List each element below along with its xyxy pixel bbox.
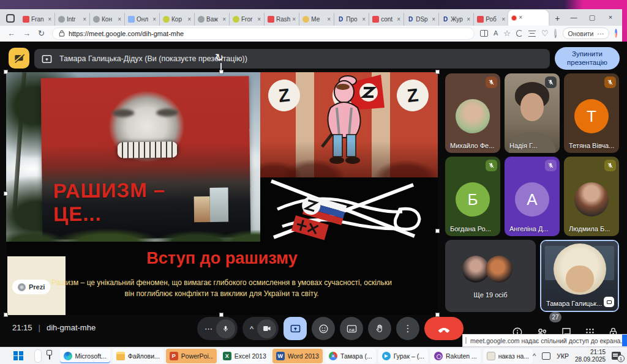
participant-tile[interactable]: Михайло Фе... <box>445 73 500 153</box>
close-tab-icon[interactable]: × <box>152 17 156 23</box>
taskbar-app-excel[interactable]: XExcel 2013 <box>219 349 270 363</box>
taskbar-app-chrome[interactable]: Тамара (... <box>325 349 376 363</box>
more-options-icon[interactable]: ⋯ <box>598 30 604 37</box>
reactions-button[interactable] <box>312 317 335 340</box>
task-view-button[interactable] <box>49 352 50 360</box>
picture-in-picture-icon[interactable] <box>604 297 614 307</box>
taskbar-app-file-explorer[interactable]: Файлови... <box>113 349 163 363</box>
profile-avatar[interactable] <box>554 29 557 38</box>
taskbar-app-document[interactable]: наказ на... <box>483 349 533 363</box>
address-bar[interactable]: https://meet.google.com/dih-gmat-mhe <box>52 28 475 40</box>
read-aloud-icon[interactable]: A <box>494 30 498 37</box>
close-tab-icon[interactable]: × <box>362 17 366 23</box>
favorites-star-icon[interactable]: ☆ <box>503 29 511 37</box>
mic-control[interactable]: ⋯ <box>197 317 238 340</box>
camera-icon[interactable] <box>257 319 276 338</box>
browser-tab-active-meet[interactable]: × <box>508 10 549 26</box>
presentation-hidden-icon[interactable] <box>9 48 29 69</box>
close-tab-icon[interactable]: × <box>432 17 435 23</box>
browser-tab[interactable]: Fran× <box>20 13 54 26</box>
minimize-button[interactable]: — <box>565 9 583 26</box>
leave-call-button[interactable] <box>424 317 464 340</box>
browser-tab[interactable]: cont× <box>369 13 404 26</box>
participant-tile[interactable]: Б Богдана Ро... <box>445 157 500 236</box>
resize-handle[interactable] <box>435 229 440 233</box>
participant-tile[interactable]: А Ангеліна Д... <box>505 157 560 236</box>
browser-tab[interactable]: Ме× <box>299 13 334 26</box>
resize-handle[interactable] <box>4 191 8 196</box>
stop-sharing-button[interactable]: Припинити <box>622 335 627 346</box>
close-tab-icon[interactable]: × <box>83 17 86 23</box>
captions-button[interactable] <box>340 317 363 340</box>
browser-tab[interactable]: Онл× <box>124 13 159 26</box>
browser-tab[interactable]: Кор× <box>159 13 194 26</box>
browser-tab[interactable]: Rash× <box>264 13 299 26</box>
new-tab-button[interactable]: + <box>555 13 560 23</box>
mic-icon[interactable] <box>216 319 235 338</box>
close-window-button[interactable]: × <box>601 9 620 26</box>
taskbar-clock[interactable]: 21:15 28.09.2025 <box>575 349 606 363</box>
close-tab-icon[interactable]: × <box>292 17 296 23</box>
more-options-button[interactable]: ⋮ <box>396 317 419 340</box>
browser-tab[interactable]: Fror× <box>229 13 264 26</box>
resize-handle[interactable] <box>4 70 8 74</box>
taskbar-app-viber[interactable]: Rakuten ... <box>430 349 481 363</box>
language-indicator[interactable]: УКР <box>557 352 569 360</box>
browser-tab[interactable]: Важ× <box>194 13 229 26</box>
update-button[interactable]: Оновити ⋯ <box>563 28 609 39</box>
self-view-tile[interactable]: Тамара Галицьк... <box>540 240 619 312</box>
resize-handle[interactable] <box>219 313 223 317</box>
tab-actions-icon[interactable] <box>6 14 15 23</box>
close-tab-icon[interactable]: × <box>519 15 522 21</box>
close-tab-icon[interactable]: × <box>257 17 261 23</box>
notification-center-icon[interactable]: 1 <box>612 352 621 360</box>
maximize-button[interactable]: ▢ <box>583 9 601 26</box>
taskbar-app-edge[interactable]: Microsoft... <box>60 349 110 363</box>
resize-handle[interactable] <box>435 313 440 317</box>
refresh-button[interactable]: ↻ <box>38 29 45 37</box>
raise-hand-button[interactable] <box>368 317 391 340</box>
extension-icon[interactable] <box>516 30 523 37</box>
close-tab-icon[interactable]: × <box>397 17 400 23</box>
participant-tile[interactable]: Надія Г... <box>505 73 560 153</box>
taskbar-app-word[interactable]: WWord 2013 <box>272 349 323 363</box>
participant-tile[interactable]: Людмила Б... <box>564 157 619 236</box>
browser-essentials-icon[interactable]: ♡ <box>541 29 549 37</box>
browser-tab[interactable]: Intr× <box>54 13 89 26</box>
split-screen-icon[interactable] <box>480 30 488 37</box>
browser-tab[interactable]: DDSp× <box>404 13 438 26</box>
rotate-handle-icon[interactable]: ↻ <box>215 53 223 63</box>
browser-tab[interactable]: DПро× <box>334 13 369 26</box>
present-screen-button[interactable] <box>283 317 307 340</box>
close-tab-icon[interactable]: × <box>48 17 51 23</box>
start-button[interactable] <box>13 351 23 361</box>
more-participants-tile[interactable]: Ще 19 осіб <box>445 240 536 312</box>
tray-chevron-icon[interactable]: ^ <box>533 352 536 360</box>
ime-icon[interactable] <box>542 352 550 360</box>
taskbar-app-powerpoint[interactable]: PPowerPoi... <box>166 349 217 363</box>
resize-handle[interactable] <box>435 70 440 74</box>
video-options-icon[interactable]: ^ <box>250 324 253 333</box>
close-tab-icon[interactable]: × <box>327 17 331 23</box>
resize-handle[interactable] <box>4 313 8 317</box>
resize-handle[interactable] <box>219 70 223 74</box>
browser-tab[interactable]: Роб× <box>473 13 508 26</box>
stop-presenting-button[interactable]: Зупинити презентацію <box>555 47 620 70</box>
close-tab-icon[interactable]: × <box>187 17 191 23</box>
browser-tab[interactable]: DЖур× <box>438 13 473 26</box>
audio-options-icon[interactable]: ⋯ <box>205 324 212 333</box>
taskbar-app-telegram[interactable]: Гурак – (... <box>378 349 428 363</box>
close-tab-icon[interactable]: × <box>501 17 505 23</box>
close-tab-icon[interactable]: × <box>222 17 226 23</box>
copilot-icon[interactable] <box>615 29 617 38</box>
back-button[interactable]: ← <box>7 29 15 37</box>
forward-button[interactable]: → <box>23 29 31 37</box>
close-tab-icon[interactable]: × <box>118 17 121 23</box>
camera-control[interactable]: ^ <box>242 317 279 340</box>
participant-tile[interactable]: Т Тетяна Вівча... <box>564 73 619 153</box>
drag-handle-icon[interactable] <box>465 337 467 344</box>
browser-tab[interactable]: Кон× <box>89 13 124 26</box>
close-tab-icon[interactable]: × <box>467 17 470 23</box>
taskbar-search[interactable]: Пошук <box>34 349 42 363</box>
collections-icon[interactable] <box>528 31 536 37</box>
